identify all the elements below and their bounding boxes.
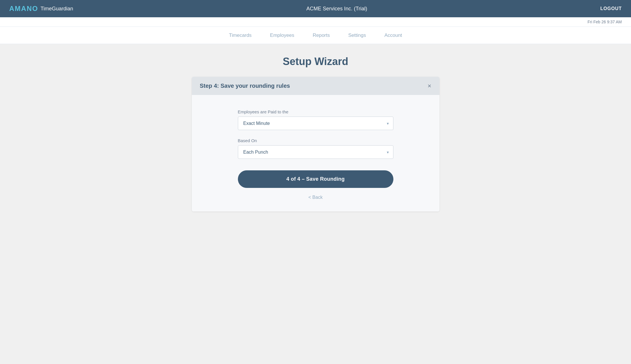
wizard-body: Employees are Paid to the Exact Minute N… — [192, 95, 439, 211]
wizard-card: Step 4: Save your rounding rules × Emplo… — [192, 77, 439, 211]
nav-employees[interactable]: Employees — [267, 30, 298, 41]
nav-reports[interactable]: Reports — [309, 30, 333, 41]
based-on-select-wrapper: Each Punch Day Total Week Total ▾ — [238, 145, 393, 159]
wizard-close-button[interactable]: × — [428, 83, 431, 89]
app-header: AMANO TimeGuardian ACME Services Inc. (T… — [0, 0, 631, 17]
save-rounding-button[interactable]: 4 of 4 – Save Rounding — [238, 170, 393, 188]
nav-settings[interactable]: Settings — [345, 30, 369, 41]
wizard-step-title: Step 4: Save your rounding rules — [200, 83, 290, 89]
nav-account[interactable]: Account — [381, 30, 405, 41]
paid-to-field: Employees are Paid to the Exact Minute N… — [238, 109, 393, 130]
logo-timeguardian: TimeGuardian — [41, 6, 73, 12]
main-nav: Timecards Employees Reports Settings Acc… — [0, 27, 631, 44]
paid-to-select-wrapper: Exact Minute Nearest 5 Minutes Nearest 1… — [238, 117, 393, 130]
logo-amano: AMANO — [9, 5, 38, 13]
logo: AMANO TimeGuardian — [9, 5, 73, 13]
wizard-step-num: Step 4: — [200, 83, 219, 89]
wizard-header: Step 4: Save your rounding rules × — [192, 77, 439, 95]
based-on-label: Based On — [238, 138, 393, 143]
datetime-text: Fri Feb 26 9:37 AM — [588, 20, 622, 24]
nav-timecards[interactable]: Timecards — [226, 30, 255, 41]
paid-to-label: Employees are Paid to the — [238, 109, 393, 114]
page-title: Setup Wizard — [192, 56, 439, 68]
paid-to-select[interactable]: Exact Minute Nearest 5 Minutes Nearest 1… — [238, 117, 393, 130]
page-content: Setup Wizard Step 4: Save your rounding … — [186, 44, 445, 223]
logout-button[interactable]: LOGOUT — [600, 6, 622, 11]
based-on-select[interactable]: Each Punch Day Total Week Total — [238, 145, 393, 159]
based-on-field: Based On Each Punch Day Total Week Total… — [238, 138, 393, 159]
back-link[interactable]: < Back — [308, 195, 323, 200]
datetime-bar: Fri Feb 26 9:37 AM — [0, 17, 631, 27]
wizard-step-desc: Save your rounding rules — [219, 83, 290, 89]
company-name: ACME Services Inc. (Trial) — [306, 6, 367, 12]
